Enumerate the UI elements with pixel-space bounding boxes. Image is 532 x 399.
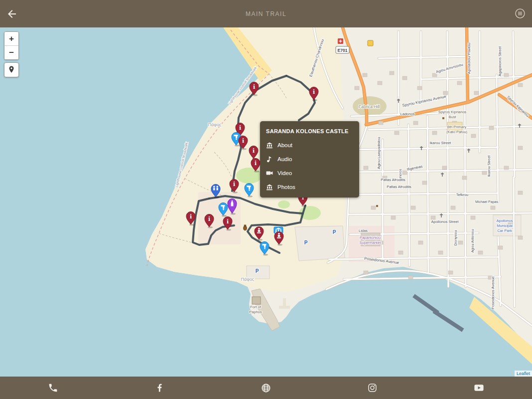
map-label: Apostolou Pavlou: [467, 43, 471, 74]
phone-link[interactable]: [0, 377, 107, 399]
map-label: Agiou Antoniou: [471, 229, 475, 252]
hospital-icon: [338, 38, 343, 44]
popup-item-label: Audio: [277, 156, 292, 162]
phone-icon: [48, 383, 58, 393]
app-bar: MAIN TRAIL: [0, 0, 532, 27]
map-label: 6th Primary: [447, 125, 467, 129]
svg-text:i: i: [313, 89, 315, 95]
svg-text:i: i: [253, 84, 255, 90]
svg-text:i: i: [239, 125, 241, 131]
map-label: Municipal: [497, 223, 513, 228]
youtube-icon: [473, 382, 485, 394]
hotel-icon: [368, 40, 373, 46]
map-label: Agapinoros Street: [498, 46, 502, 76]
youtube-link[interactable]: [425, 377, 532, 399]
map-label: Dionysiou: [454, 230, 458, 246]
map-label: Michael Papas: [475, 200, 498, 204]
svg-text:i: i: [242, 138, 244, 144]
back-button[interactable]: [6, 8, 18, 20]
locate-button[interactable]: [4, 62, 19, 77]
map-label: Fort of: [250, 305, 262, 309]
popup-item-photos[interactable]: Photos: [266, 184, 353, 191]
map-label: Papantoniou: [360, 235, 381, 240]
map-label: P: [333, 229, 336, 235]
arrow-left-icon: [6, 8, 18, 20]
map-label: Bust: [448, 115, 456, 119]
map-label: Fabrica Hill: [359, 104, 380, 109]
svg-text:i: i: [255, 160, 257, 167]
map-popup: SARANDA KOLONES CASTLE About Audio Video: [260, 121, 359, 198]
popup-title: SARANDA KOLONES CASTLE: [266, 128, 353, 135]
map-label: Poseidonos Avenue: [491, 276, 495, 309]
e701-shield: E701: [336, 46, 349, 53]
map-pin-icon: [7, 65, 16, 74]
circle-menu-icon: [514, 7, 526, 19]
social-bar: [0, 377, 532, 399]
svg-text:i: i: [190, 213, 192, 220]
map-label: Pafias Afroditis: [381, 178, 405, 182]
popup-item-label: About: [277, 142, 292, 148]
popup-item-about[interactable]: About: [266, 142, 353, 149]
map-label: Pafias Afroditis: [387, 185, 411, 189]
video-icon: [266, 170, 273, 177]
map-label: Car Park: [497, 228, 512, 233]
museum-icon: [266, 142, 273, 149]
svg-text:i: i: [253, 148, 255, 154]
svg-text:i: i: [208, 216, 210, 222]
map-label: Ikarou Street: [430, 141, 452, 145]
svg-text:i: i: [233, 181, 235, 188]
leaflet-attribution[interactable]: Leaflet: [515, 371, 532, 377]
map-label: P: [256, 268, 259, 274]
music-icon: [266, 156, 273, 163]
popup-item-label: Photos: [277, 184, 295, 190]
menu-button[interactable]: [514, 7, 526, 19]
zoom-out-button[interactable]: −: [4, 45, 18, 59]
facebook-link[interactable]: [107, 377, 213, 399]
facebook-icon: [154, 383, 165, 393]
map-label: Ikarou Street: [487, 155, 491, 177]
svg-text:i: i: [227, 218, 229, 225]
photos-icon: [266, 184, 273, 191]
instagram-icon: [367, 383, 378, 393]
map-label: (Kato Pafou): [446, 130, 468, 134]
map-label: P: [304, 240, 308, 245]
map-label: Πάφος: [241, 277, 255, 282]
map-label: Tefkrou: [456, 193, 469, 197]
page-title: MAIN TRAIL: [0, 10, 532, 17]
popup-item-label: Video: [277, 170, 292, 176]
map-label: Ladonos: [400, 112, 415, 116]
map-container[interactable]: E701 Eleutheriou ChandrinouApostolou Pav…: [0, 27, 532, 377]
map-label: Apollonos: [497, 218, 513, 223]
map-label: Πάφος: [208, 122, 222, 127]
map-label: Paphos: [249, 310, 262, 314]
zoom-in-button[interactable]: +: [4, 32, 18, 45]
map-label: Supermarket: [360, 240, 382, 245]
popup-item-video[interactable]: Video: [266, 170, 353, 177]
map-label: Agiou Lampadistou: [377, 137, 381, 169]
svg-text:E701: E701: [338, 48, 348, 53]
globe-icon: [261, 383, 271, 394]
zoom-control: + −: [4, 31, 19, 60]
map-label: Lidas: [359, 228, 368, 233]
popup-item-audio[interactable]: Audio: [266, 156, 353, 163]
map-canvas[interactable]: E701 Eleutheriou ChandrinouApostolou Pav…: [0, 27, 532, 377]
map-label: Spyros Kiprianos: [438, 110, 467, 114]
website-link[interactable]: [213, 377, 319, 399]
map-label: Apollonos Street: [431, 219, 459, 224]
instagram-link[interactable]: [319, 377, 426, 399]
